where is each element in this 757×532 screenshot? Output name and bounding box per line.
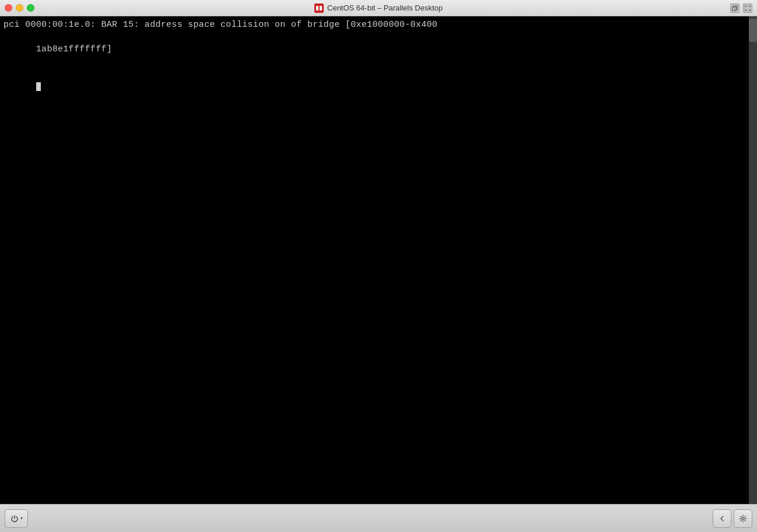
parallels-icon — [314, 4, 324, 13]
power-icon — [10, 514, 19, 523]
scrollbar-thumb[interactable] — [749, 19, 757, 42]
titlebar-center: CentOS 64-bit – Parallels Desktop — [314, 4, 443, 13]
scrollbar-panel[interactable] — [749, 16, 757, 504]
svg-rect-1 — [320, 6, 322, 10]
svg-point-3 — [742, 517, 744, 520]
svg-rect-2 — [733, 7, 736, 10]
power-dropdown-arrow: ▾ — [20, 516, 23, 521]
minimize-button[interactable] — [16, 4, 23, 12]
restore-button[interactable] — [730, 4, 740, 13]
titlebar: CentOS 64-bit – Parallels Desktop — [0, 0, 757, 16]
maximize-button[interactable] — [27, 4, 34, 12]
arrow-left-icon — [718, 514, 726, 523]
terminal-screen[interactable]: pci 0000:00:1e.0: BAR 15: address space … — [0, 16, 757, 504]
fullscreen-button[interactable] — [743, 4, 752, 13]
terminal-cursor-line — [3, 68, 754, 104]
close-button[interactable] — [5, 4, 12, 12]
gear-icon — [739, 514, 747, 523]
power-button[interactable]: ▾ — [5, 509, 28, 528]
window-title: CentOS 64-bit – Parallels Desktop — [327, 4, 443, 12]
arrow-left-button[interactable] — [713, 509, 731, 528]
cursor — [36, 82, 41, 91]
window-body: pci 0000:00:1e.0: BAR 15: address space … — [0, 16, 757, 532]
svg-rect-0 — [316, 6, 318, 10]
toolbar-right — [713, 509, 752, 528]
terminal-line-2: 1ab8e1fffffff] — [3, 31, 754, 68]
terminal-line-1: pci 0000:00:1e.0: BAR 15: address space … — [3, 19, 754, 31]
bottom-toolbar: ▾ — [0, 504, 757, 532]
gear-button[interactable] — [734, 509, 752, 528]
titlebar-right-buttons — [730, 4, 752, 13]
toolbar-left: ▾ — [5, 509, 28, 528]
traffic-lights — [5, 4, 34, 12]
